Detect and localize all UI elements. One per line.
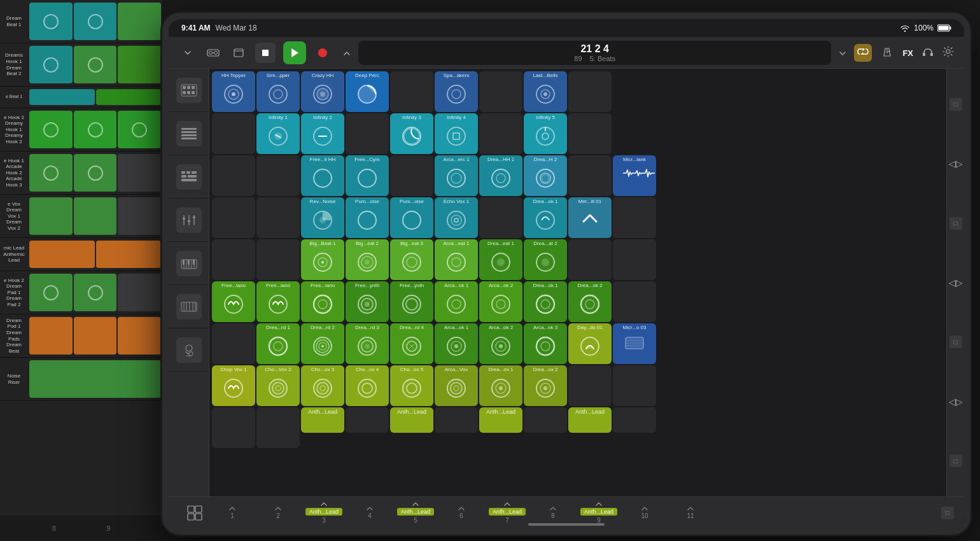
grid-cell-r5-c7[interactable]: Drea...at 2 bbox=[524, 239, 567, 280]
grid-cell-r6-c4[interactable]: Free...ynth bbox=[390, 281, 433, 322]
right-btn-1[interactable]: □ bbox=[949, 98, 962, 111]
grid-cell-r7-c3[interactable]: Drea...rd 3 bbox=[346, 323, 389, 364]
grid-cell-r9-c8-anth-lead[interactable]: Anth...Lead bbox=[568, 407, 612, 433]
grid-cell-r5-c6[interactable]: Drea...eat 1 bbox=[479, 239, 522, 280]
stop-button[interactable] bbox=[255, 43, 276, 63]
grid-cell-r8-c2-choo-ox3[interactable]: Cho...ox 3 bbox=[301, 365, 344, 406]
grid-cell-r2-c2[interactable]: Infinity 2 bbox=[301, 113, 344, 154]
grid-cell-r3-c6[interactable]: Drea...HH 1 bbox=[479, 155, 522, 196]
grid-cell-r8-c1[interactable]: Cho...Vox 2 bbox=[256, 365, 300, 406]
grid-cell-r7-c7[interactable]: Arca...ok 3 bbox=[524, 323, 567, 364]
grid-cell-r8-c0[interactable]: Chop Vox 1 bbox=[212, 365, 255, 406]
track-list-item-7[interactable] bbox=[169, 328, 209, 372]
grid-cell-r4-c3[interactable]: Pum...oise bbox=[346, 197, 389, 238]
grid-cell-r4-c5[interactable]: Echo Vox 1 bbox=[435, 197, 478, 238]
grid-cell-r1-c2[interactable]: Crazy HH bbox=[301, 71, 344, 112]
grid-cell-r6-c2[interactable]: Free...iano bbox=[301, 281, 344, 322]
nav-col-4[interactable]: 4 bbox=[348, 506, 391, 519]
grid-cell-r8-c4[interactable]: Cho...ox 5 bbox=[390, 365, 433, 406]
grid-cell-r2-c5[interactable]: Infinity 4 bbox=[435, 113, 478, 154]
track-list-item-5[interactable] bbox=[169, 242, 209, 285]
grid-cell-r6-c1[interactable]: Free...iano bbox=[256, 281, 300, 322]
grid-cell-r6-c7[interactable]: Drea...ok 1 bbox=[524, 281, 567, 322]
track-list-item-6[interactable] bbox=[169, 285, 209, 328]
play-button[interactable] bbox=[283, 41, 306, 64]
grid-cell-r8-c5[interactable]: Arca...Vox bbox=[435, 365, 478, 406]
grid-cell-r3-c3[interactable]: Free...Cym bbox=[346, 155, 389, 196]
grid-cell-r3-c5[interactable]: Arca...erc 1 bbox=[435, 155, 478, 196]
grid-cell-r2-c4-infinity3[interactable]: Infinity 3 bbox=[390, 113, 433, 154]
nav-col-5[interactable]: Anth...Lead 5 bbox=[394, 502, 437, 524]
nav-right-btn[interactable]: □ bbox=[941, 507, 954, 519]
grid-cell-r3-c7[interactable]: Drea...H 2 bbox=[524, 155, 567, 196]
right-arrow-2[interactable]: ◁▷ bbox=[949, 278, 963, 288]
grid-cell-r7-c8[interactable]: Day...ds 01 bbox=[568, 323, 612, 364]
right-arrow-3[interactable]: ◁▷ bbox=[949, 397, 963, 407]
grid-cell-r7-c4[interactable]: Drea...rd 4 bbox=[390, 323, 433, 364]
grid-cell-r4-c8[interactable]: Mirr...ill 01 bbox=[568, 197, 612, 238]
nav-col-9[interactable]: Anth...Lead 9 bbox=[577, 502, 620, 524]
grid-cell-r8-c6[interactable]: Drea...ox 1 bbox=[479, 365, 522, 406]
grid-cell-r9-c2-anth-lead[interactable]: Anth...Lead bbox=[301, 407, 344, 433]
nav-col-8[interactable]: 8 bbox=[531, 506, 575, 519]
grid-cell-r3-c2[interactable]: Free...ll HH bbox=[301, 155, 344, 196]
right-btn-4[interactable]: □ bbox=[949, 454, 962, 467]
grid-cell-r6-c6[interactable]: Arca...ok 2 bbox=[479, 281, 522, 322]
nav-col-1[interactable]: 1 bbox=[211, 506, 254, 519]
grid-cell-r2-c1[interactable]: Infinity 1 bbox=[256, 113, 300, 154]
nav-col-2[interactable]: 2 bbox=[256, 506, 300, 519]
grid-cell-r8-c3[interactable]: Cho...ox 4 bbox=[346, 365, 389, 406]
window-button[interactable] bbox=[230, 44, 248, 62]
grid-cell-r2-c7[interactable]: Infinity 5 bbox=[524, 113, 567, 154]
nav-col-11[interactable]: 11 bbox=[669, 506, 712, 519]
right-btn-3[interactable]: □ bbox=[949, 335, 962, 348]
nav-col-6[interactable]: 6 bbox=[440, 506, 483, 519]
grid-cell-r1-c5[interactable]: Spa...akers bbox=[435, 71, 478, 112]
record-button[interactable] bbox=[314, 44, 332, 62]
track-list-item-3[interactable] bbox=[169, 155, 209, 199]
dropdown-button[interactable] bbox=[179, 44, 197, 62]
grid-cell-r7-c1[interactable]: Drea...rd 1 bbox=[256, 323, 300, 364]
grid-cell-r7-c6[interactable]: Arca...ok 2 bbox=[479, 323, 522, 364]
chevron-down-btn[interactable] bbox=[839, 47, 846, 59]
headphone-button[interactable] bbox=[922, 46, 934, 59]
grid-cell-r9-c4-anth-lead[interactable]: Anth...Lead bbox=[390, 407, 433, 433]
grid-cell-r7-c9[interactable]: Micr...o 03 bbox=[613, 323, 656, 364]
settings-button[interactable] bbox=[942, 46, 954, 60]
track-list-item-2[interactable] bbox=[169, 112, 209, 155]
grid-cell-r4-c2[interactable]: Rev...Noise bbox=[301, 197, 344, 238]
track-list-item-1[interactable] bbox=[169, 69, 209, 112]
grid-cell-r4-c4[interactable]: Pum...oise bbox=[390, 197, 433, 238]
nav-col-7[interactable]: Anth...Lead 7 bbox=[486, 502, 529, 524]
grid-cell-r5-c3[interactable]: Big...eat 2 bbox=[346, 239, 389, 280]
grid-cell-r3-c9[interactable]: Micr...lank bbox=[613, 155, 656, 196]
chevron-up-btn[interactable] bbox=[343, 47, 351, 59]
nav-col-10[interactable]: 10 bbox=[623, 506, 666, 519]
grid-cell-r4-c7[interactable]: Drea...ok 1 bbox=[524, 197, 567, 238]
grid-cell-r6-c0[interactable]: Free...iano bbox=[212, 281, 255, 322]
grid-cell-r8-c7[interactable]: Drea...ox 2 bbox=[524, 365, 567, 406]
scene-grid[interactable]: HH Topper Sim...pper bbox=[209, 69, 946, 496]
grid-cell-r6-c3[interactable]: Free...ynth bbox=[346, 281, 389, 322]
grid-cell-r5-c2[interactable]: Big...Beat 1 bbox=[301, 239, 344, 280]
grid-cell-r7-c2[interactable]: Drea...rd 2 bbox=[301, 323, 344, 364]
grid-cell-r1-c0[interactable]: HH Topper bbox=[212, 71, 255, 112]
tape-button[interactable] bbox=[204, 44, 222, 62]
loop-button[interactable] bbox=[854, 44, 872, 62]
fx-button[interactable]: FX bbox=[902, 47, 913, 59]
grid-cell-r9-c6-anth-lead[interactable]: Anth...Lead bbox=[479, 407, 522, 433]
scene-icon-btn[interactable] bbox=[179, 505, 211, 521]
grid-cell-r5-c4[interactable]: Big...eat 3 bbox=[390, 239, 433, 280]
metronome-button[interactable] bbox=[881, 46, 893, 60]
grid-cell-r5-c5[interactable]: Arca...eat 1 bbox=[435, 239, 478, 280]
track-list-item-4[interactable] bbox=[169, 199, 209, 242]
nav-col-3[interactable]: Anth...Lead 3 bbox=[302, 502, 346, 524]
grid-cell-r1-c7[interactable]: Laid...Bells bbox=[524, 71, 567, 112]
right-btn-2[interactable]: □ bbox=[949, 217, 962, 230]
grid-cell-r6-c5[interactable]: Arca...ok 1 bbox=[435, 281, 478, 322]
right-arrow-1[interactable]: ◁▷ bbox=[949, 158, 963, 169]
transport-counter[interactable]: 21 2 4 89 5: Beats bbox=[358, 41, 831, 65]
grid-cell-r6-c8[interactable]: Drea...ok 2 bbox=[568, 281, 612, 322]
grid-cell-r1-c1[interactable]: Sim...pper bbox=[256, 71, 300, 112]
grid-cell-r7-c5[interactable]: Arca...ok 1 bbox=[435, 323, 478, 364]
